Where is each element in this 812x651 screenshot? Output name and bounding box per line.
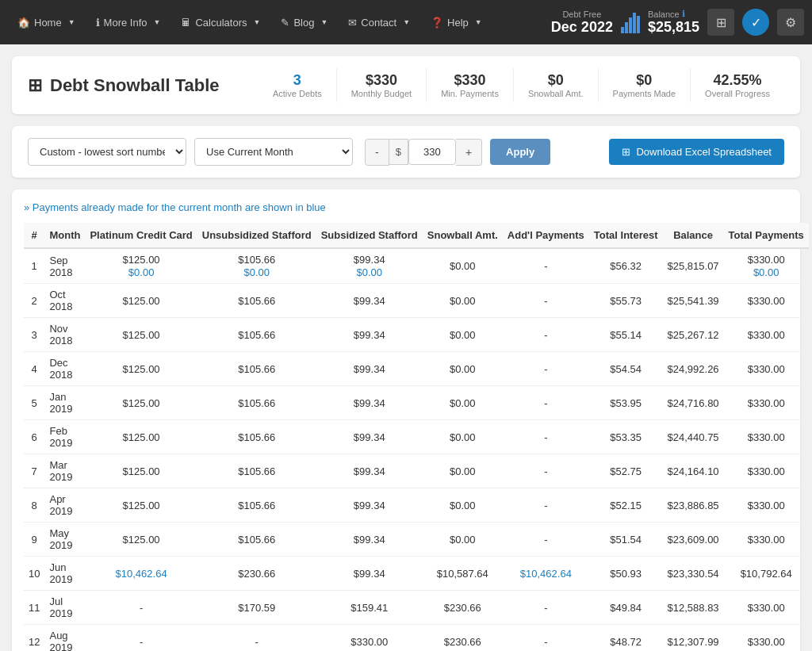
table-cell-10-5: $230.66	[423, 591, 503, 625]
table-cell-4-0: 5	[24, 386, 44, 420]
table-cell-0-8: $25,815.07	[663, 248, 724, 284]
table-cell-7-4: $99.34	[316, 488, 423, 523]
table-cell-4-1: Jan 2019	[44, 386, 85, 420]
download-button[interactable]: ⊞ Download Excel Spreadsheet	[609, 139, 784, 165]
nav-contact-label: Contact	[361, 17, 396, 29]
table-section: » Payments already made for the current …	[12, 190, 800, 651]
table-row: 1Sep 2018$125.00$0.00$105.66$0.00$99.34$…	[24, 248, 809, 284]
mail-icon: ✉	[348, 17, 357, 29]
bar4	[633, 13, 636, 33]
grid-icon-button[interactable]: ⊞	[707, 9, 734, 36]
stat-item-5: 42.55%Overall Progress	[691, 68, 784, 102]
table-cell-6-3: $105.66	[197, 454, 316, 488]
table-cell-5-9: $330.00	[724, 420, 809, 454]
nav-home[interactable]: 🏠 Home ▼	[8, 10, 85, 35]
table-cell-4-6: -	[503, 386, 589, 420]
amount-input[interactable]	[408, 139, 456, 165]
table-cell-9-6: $10,462.64	[503, 557, 589, 591]
nav-more-info-label: More Info	[104, 17, 147, 29]
table-cell-7-8: $23,886.85	[663, 488, 724, 523]
table-cell-4-4: $99.34	[316, 386, 423, 420]
amount-group: - $ +	[365, 139, 482, 166]
table-cell-0-2: $125.00$0.00	[85, 248, 197, 284]
col-header-5: Snowball Amt.	[423, 223, 503, 248]
table-cell-2-0: 3	[24, 318, 44, 352]
table-cell-0-4: $99.34$0.00	[316, 248, 423, 284]
table-cell-10-0: 11	[24, 591, 44, 625]
table-cell-11-4: $330.00	[316, 625, 423, 652]
table-cell-0-6: -	[503, 248, 589, 284]
month-select[interactable]: Use Current Month	[194, 138, 353, 166]
settings-icon-button[interactable]: ⚙	[777, 9, 804, 36]
bar-chart-icon	[621, 11, 640, 33]
table-cell-5-2: $125.00	[85, 420, 197, 454]
table-cell-9-7: $50.93	[589, 557, 663, 591]
table-cell-6-9: $330.00	[724, 454, 809, 488]
nav-right: Debt Free Dec 2022 Balance ℹ $25,815 ⊞ ✓…	[551, 9, 804, 36]
table-cell-0-5: $0.00	[423, 248, 503, 284]
table-cell-7-0: 8	[24, 488, 44, 523]
table-cell-9-1: Jun 2019	[44, 557, 85, 591]
table-cell-3-7: $54.54	[589, 352, 663, 386]
table-cell-7-7: $52.15	[589, 488, 663, 523]
table-cell-2-4: $99.34	[316, 318, 423, 352]
sort-select[interactable]: Custom - lowest sort number ↑	[28, 138, 186, 166]
contact-caret: ▼	[403, 18, 410, 26]
table-cell-10-3: $170.59	[197, 591, 316, 625]
table-cell-9-9: $10,792.64	[724, 557, 809, 591]
stat-label-2: Min. Payments	[441, 89, 499, 98]
table-cell-5-5: $0.00	[423, 420, 503, 454]
table-cell-1-5: $0.00	[423, 284, 503, 318]
debt-free-block: Debt Free Dec 2022	[551, 10, 613, 36]
more-info-caret: ▼	[154, 18, 161, 26]
table-cell-10-2: -	[85, 591, 197, 625]
balance-info: Balance ℹ	[648, 9, 699, 19]
table-cell-0-0: 1	[24, 248, 44, 284]
stat-item-0: 3Active Debts	[259, 68, 337, 102]
page-header: ⊞ Debt Snowball Table 3Active Debts$330M…	[12, 56, 800, 114]
nav-help[interactable]: ❓ Help ▼	[421, 10, 492, 35]
table-cell-2-5: $0.00	[423, 318, 503, 352]
table-cell-7-1: Apr 2019	[44, 488, 85, 523]
table-cell-7-5: $0.00	[423, 488, 503, 523]
table-cell-11-6: -	[503, 625, 589, 652]
table-cell-1-0: 2	[24, 284, 44, 318]
table-cell-5-3: $105.66	[197, 420, 316, 454]
minus-button[interactable]: -	[365, 139, 389, 166]
table-cell-0-1: Sep 2018	[44, 248, 85, 284]
table-cell-6-6: -	[503, 454, 589, 488]
excel-icon: ⊞	[622, 146, 630, 158]
plus-button[interactable]: +	[456, 139, 482, 166]
apply-button[interactable]: Apply	[490, 139, 550, 165]
nav-blog[interactable]: ✎ Blog ▼	[271, 10, 337, 35]
table-cell-8-5: $0.00	[423, 523, 503, 557]
nav-contact[interactable]: ✉ Contact ▼	[339, 10, 419, 35]
table-cell-3-2: $125.00	[85, 352, 197, 386]
check-icon-button[interactable]: ✓	[742, 9, 769, 36]
table-row: 12Aug 2019--$330.00$230.66-$48.72$12,307…	[24, 625, 809, 652]
nav-home-label: Home	[34, 17, 62, 29]
table-cell-10-8: $12,588.83	[663, 591, 724, 625]
nav-more-info[interactable]: ℹ More Info ▼	[86, 10, 170, 35]
stat-item-1: $330Monthly Budget	[337, 68, 427, 102]
nav-calculators[interactable]: 🖩 Calculators ▼	[171, 10, 270, 35]
col-header-1: Month	[44, 223, 85, 248]
stats-row: 3Active Debts$330Monthly Budget$330Min. …	[259, 68, 784, 102]
table-row: 6Feb 2019$125.00$105.66$99.34$0.00-$53.3…	[24, 420, 809, 454]
stat-item-2: $330Min. Payments	[427, 68, 514, 102]
table-cell-4-7: $53.95	[589, 386, 663, 420]
table-cell-8-6: -	[503, 523, 589, 557]
col-header-3: Unsubsidized Stafford	[197, 223, 316, 248]
table-row: 10Jun 2019$10,462.64$230.66$99.34$10,587…	[24, 557, 809, 591]
table-cell-10-7: $49.84	[589, 591, 663, 625]
download-label: Download Excel Spreadsheet	[636, 146, 772, 158]
dollar-sign: $	[389, 139, 408, 165]
table-cell-2-2: $125.00	[85, 318, 197, 352]
info-icon: ℹ	[96, 17, 100, 29]
table-cell-11-7: $48.72	[589, 625, 663, 652]
stat-value-3: $0	[528, 72, 584, 89]
table-cell-11-0: 12	[24, 625, 44, 652]
table-cell-0-3: $105.66$0.00	[197, 248, 316, 284]
table-cell-3-9: $330.00	[724, 352, 809, 386]
table-cell-3-0: 4	[24, 352, 44, 386]
